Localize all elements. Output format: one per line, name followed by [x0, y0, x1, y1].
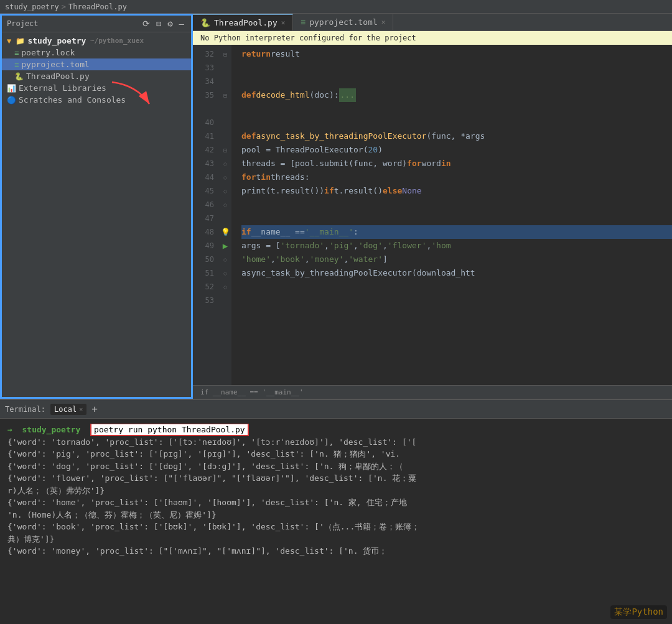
code-line-40 — [241, 102, 672, 116]
terminal-tab-bar: Terminal: Local ✕ + — [0, 400, 672, 419]
file-py-icon: 🐍 — [14, 72, 24, 81]
title-bar: study_poetry > ThreadPool.py — [0, 0, 672, 14]
tab-threadpool-close[interactable]: ✕ — [281, 19, 286, 27]
str-tornado: 'tornado' — [281, 239, 324, 253]
folder-icon: ▼ 📁 — [7, 37, 25, 45]
code-line-41 — [241, 116, 672, 129]
str-dog: 'dog' — [358, 239, 383, 253]
tab-pyproject[interactable]: ≡ pyproject.toml ✕ — [293, 14, 393, 30]
terminal-output-6: {'word': 'home', 'proc_list': ['[həʊm]',… — [7, 496, 665, 509]
str-water: 'water' — [348, 253, 383, 266]
sidebar-gear-icon[interactable]: ⚙ — [166, 18, 174, 29]
kw-for: for — [407, 157, 421, 170]
tab-py-icon: 🐍 — [200, 18, 210, 27]
terminal-output-8: {'word': 'book', 'proc_list': ['[bʊk]', … — [7, 521, 665, 533]
code-line-34 — [241, 75, 672, 88]
kw-if-46: if — [324, 184, 334, 198]
terminal-tab-local[interactable]: Local ✕ — [50, 404, 86, 415]
tree-item-pyproject-toml[interactable]: ≡ pyproject.toml — [2, 58, 191, 70]
line-numbers: 32 33 34 35 40 41 42 43 44 45 46 47 48 4… — [193, 45, 219, 385]
sidebar-header: Project ⟳ ⊟ ⚙ — — [2, 16, 191, 32]
kw-else-46: else — [383, 184, 402, 198]
code-49a: __name__ == — [251, 225, 305, 239]
terminal-output-7: 'n. (Home)人名；（德、芬）霍梅；（英、尼）霍姆']} — [7, 509, 665, 521]
str-pig: 'pig' — [329, 239, 353, 253]
str-home: 'home' — [241, 253, 271, 266]
code-line-33 — [241, 61, 672, 75]
str-main: '__main__' — [305, 225, 353, 239]
title-project: study_poetry — [5, 2, 59, 11]
tree-item-scratches[interactable]: 🔵 Scratches and Consoles — [2, 94, 191, 106]
circle-icon-51: ○ — [224, 271, 227, 276]
terminal-prompt-text: → — [7, 425, 17, 434]
fold-icon-42[interactable]: ⊟ — [223, 147, 227, 154]
code-51b: , — [271, 253, 276, 266]
tree-root-label: study_poetry — [27, 36, 86, 45]
fn-async: async_task_by_threadingPoolExecutor — [256, 129, 426, 143]
code-line-52: async_task_by_threadingPoolExecutor(down… — [241, 266, 672, 280]
fn-decode: decode_html — [256, 88, 309, 102]
code-51c: , — [305, 253, 310, 266]
terminal-output-9: 典）博克']} — [7, 533, 665, 546]
code-editor[interactable]: 32 33 34 35 40 41 42 43 44 45 46 47 48 4… — [193, 45, 672, 385]
sidebar-collapse-icon[interactable]: ⊟ — [154, 18, 163, 29]
terminal-output-3: {'word': 'dog', 'proc_list': ['[dɒɡ]', '… — [7, 460, 665, 473]
terminal-output-1: {'word': 'tornado', 'proc_list': ['[tɔːˈ… — [7, 436, 665, 449]
code-line-50: args = ['tornado', 'pig', 'dog', 'flower… — [241, 239, 672, 253]
code-44b: word — [422, 157, 441, 170]
num-20: 20 — [368, 143, 378, 157]
code-line-48 — [241, 212, 672, 225]
terminal-content[interactable]: → study_poetry poetry run python ThreadP… — [0, 419, 672, 610]
decode-params: (doc): — [310, 88, 339, 102]
sidebar-title: Project — [7, 19, 137, 28]
lib-icon: 📊 — [7, 84, 16, 93]
circle-icon-46: ○ — [224, 202, 227, 208]
terminal-command-box: poetry run python ThreadPool.py — [90, 424, 249, 436]
code-content[interactable]: return result def decode_html(doc):... — [231, 45, 672, 385]
warning-bar: No Python interpreter configured for the… — [193, 31, 672, 45]
code-line-32: return result — [241, 47, 672, 61]
sidebar-icons: ⟳ ⊟ ⚙ — — [141, 18, 186, 29]
top-container: Project ⟳ ⊟ ⚙ — ▼ 📁 study_poetry ~/pytho… — [0, 14, 672, 399]
terminal-output-2: {'word': 'pig', 'proc_list': ['[pɪɡ]', '… — [7, 448, 665, 460]
tree-item-ext-libs[interactable]: 📊 External Libraries — [2, 82, 191, 94]
tree-item-threadpool-py[interactable]: 🐍 ThreadPool.py — [2, 70, 191, 82]
code-44: threads = [pool.submit(func, word) — [241, 157, 407, 170]
run-icon-49[interactable]: ▶ — [223, 241, 228, 251]
sidebar-sync-icon[interactable]: ⟳ — [141, 18, 152, 29]
code-line-47 — [241, 198, 672, 212]
code-collapse-35: ... — [339, 88, 356, 102]
code-43b: ) — [378, 143, 383, 157]
kw-return: return — [241, 47, 271, 61]
tree-pyproject-toml-label: pyproject.toml — [21, 60, 90, 69]
terminal-area: Terminal: Local ✕ + → study_poetry poetr… — [0, 399, 672, 610]
tree-item-poetry-lock[interactable]: ≡ poetry.lock — [2, 47, 191, 58]
code-line-49: if __name__ == '__main__': — [241, 225, 672, 239]
code-52: async_task_by_threadingPoolExecutor(down… — [241, 266, 475, 280]
tab-threadpool[interactable]: 🐍 ThreadPool.py ✕ — [193, 14, 293, 30]
tab-threadpool-label: ThreadPool.py — [214, 18, 278, 27]
code-line-44: threads = [pool.submit(func, word) for w… — [241, 157, 672, 170]
str-hom: 'hom — [431, 239, 450, 253]
code-50c: , — [353, 239, 358, 253]
code-result: result — [271, 47, 300, 61]
tree-item-root[interactable]: ▼ 📁 study_poetry ~/python_xuex — [2, 35, 191, 47]
scratch-icon: 🔵 — [7, 96, 16, 105]
bulb-icon-48[interactable]: 💡 — [221, 228, 230, 236]
main-layout: study_poetry > ThreadPool.py Project ⟳ ⊟… — [0, 0, 672, 610]
sidebar-minimize-icon[interactable]: — — [177, 18, 186, 29]
add-terminal-button[interactable]: + — [91, 403, 98, 415]
code-line-53 — [241, 280, 672, 294]
fn-params-42: (func, *args — [426, 129, 485, 143]
terminal-tab-close[interactable]: ✕ — [79, 406, 83, 412]
code-45c: threads: — [271, 170, 310, 184]
terminal-project-name: study_poetry — [22, 425, 85, 434]
file-lock-icon: ≡ — [14, 49, 19, 57]
tree-threadpool-label: ThreadPool.py — [26, 72, 90, 81]
kw-def-35: def — [241, 88, 256, 102]
fold-icon-32[interactable]: ⊟ — [223, 51, 227, 58]
sidebar: Project ⟳ ⊟ ⚙ — ▼ 📁 study_poetry ~/pytho… — [0, 14, 193, 399]
tab-bar: 🐍 ThreadPool.py ✕ ≡ pyproject.toml ✕ — [193, 14, 672, 31]
fold-icon-35[interactable]: ⊟ — [223, 92, 227, 99]
tab-pyproject-close[interactable]: ✕ — [381, 18, 386, 26]
